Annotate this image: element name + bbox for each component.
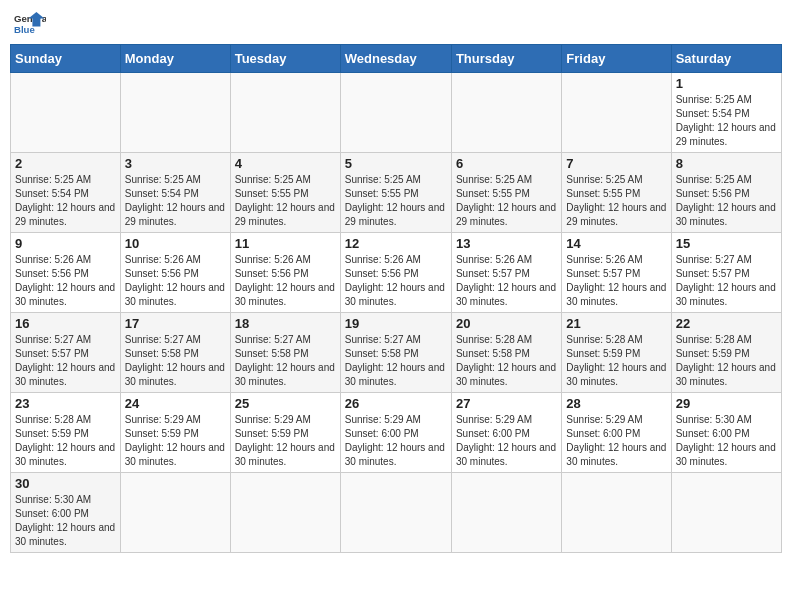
day-info: Sunrise: 5:29 AM Sunset: 6:00 PM Dayligh…	[456, 413, 557, 469]
day-number: 17	[125, 316, 226, 331]
day-number: 28	[566, 396, 666, 411]
calendar-cell	[562, 73, 671, 153]
day-number: 20	[456, 316, 557, 331]
day-info: Sunrise: 5:27 AM Sunset: 5:58 PM Dayligh…	[125, 333, 226, 389]
day-number: 13	[456, 236, 557, 251]
calendar-cell: 4Sunrise: 5:25 AM Sunset: 5:55 PM Daylig…	[230, 153, 340, 233]
day-number: 26	[345, 396, 447, 411]
day-info: Sunrise: 5:26 AM Sunset: 5:56 PM Dayligh…	[125, 253, 226, 309]
calendar-cell: 12Sunrise: 5:26 AM Sunset: 5:56 PM Dayli…	[340, 233, 451, 313]
day-info: Sunrise: 5:29 AM Sunset: 5:59 PM Dayligh…	[125, 413, 226, 469]
calendar-cell	[451, 473, 561, 553]
generalblue-logo-icon: General Blue	[14, 10, 46, 38]
day-info: Sunrise: 5:26 AM Sunset: 5:56 PM Dayligh…	[345, 253, 447, 309]
calendar-cell: 16Sunrise: 5:27 AM Sunset: 5:57 PM Dayli…	[11, 313, 121, 393]
weekday-header-thursday: Thursday	[451, 45, 561, 73]
day-info: Sunrise: 5:26 AM Sunset: 5:57 PM Dayligh…	[456, 253, 557, 309]
calendar-cell: 6Sunrise: 5:25 AM Sunset: 5:55 PM Daylig…	[451, 153, 561, 233]
weekday-header-saturday: Saturday	[671, 45, 781, 73]
day-info: Sunrise: 5:27 AM Sunset: 5:57 PM Dayligh…	[676, 253, 777, 309]
day-number: 25	[235, 396, 336, 411]
day-info: Sunrise: 5:25 AM Sunset: 5:55 PM Dayligh…	[566, 173, 666, 229]
day-number: 3	[125, 156, 226, 171]
day-info: Sunrise: 5:27 AM Sunset: 5:58 PM Dayligh…	[235, 333, 336, 389]
day-number: 23	[15, 396, 116, 411]
day-info: Sunrise: 5:27 AM Sunset: 5:58 PM Dayligh…	[345, 333, 447, 389]
calendar-cell: 7Sunrise: 5:25 AM Sunset: 5:55 PM Daylig…	[562, 153, 671, 233]
day-number: 22	[676, 316, 777, 331]
day-info: Sunrise: 5:25 AM Sunset: 5:54 PM Dayligh…	[15, 173, 116, 229]
day-number: 10	[125, 236, 226, 251]
calendar-cell: 5Sunrise: 5:25 AM Sunset: 5:55 PM Daylig…	[340, 153, 451, 233]
day-number: 14	[566, 236, 666, 251]
day-number: 5	[345, 156, 447, 171]
day-number: 15	[676, 236, 777, 251]
day-info: Sunrise: 5:26 AM Sunset: 5:57 PM Dayligh…	[566, 253, 666, 309]
calendar-cell: 9Sunrise: 5:26 AM Sunset: 5:56 PM Daylig…	[11, 233, 121, 313]
calendar-cell: 22Sunrise: 5:28 AM Sunset: 5:59 PM Dayli…	[671, 313, 781, 393]
day-info: Sunrise: 5:29 AM Sunset: 6:00 PM Dayligh…	[345, 413, 447, 469]
day-info: Sunrise: 5:25 AM Sunset: 5:55 PM Dayligh…	[235, 173, 336, 229]
calendar-cell	[120, 73, 230, 153]
calendar-cell: 1Sunrise: 5:25 AM Sunset: 5:54 PM Daylig…	[671, 73, 781, 153]
calendar-week-5: 23Sunrise: 5:28 AM Sunset: 5:59 PM Dayli…	[11, 393, 782, 473]
day-number: 24	[125, 396, 226, 411]
calendar-cell: 10Sunrise: 5:26 AM Sunset: 5:56 PM Dayli…	[120, 233, 230, 313]
day-info: Sunrise: 5:28 AM Sunset: 5:59 PM Dayligh…	[15, 413, 116, 469]
day-number: 6	[456, 156, 557, 171]
day-info: Sunrise: 5:26 AM Sunset: 5:56 PM Dayligh…	[235, 253, 336, 309]
calendar-week-4: 16Sunrise: 5:27 AM Sunset: 5:57 PM Dayli…	[11, 313, 782, 393]
day-number: 8	[676, 156, 777, 171]
calendar-header-row: SundayMondayTuesdayWednesdayThursdayFrid…	[11, 45, 782, 73]
day-number: 29	[676, 396, 777, 411]
day-info: Sunrise: 5:25 AM Sunset: 5:54 PM Dayligh…	[125, 173, 226, 229]
calendar-cell	[340, 473, 451, 553]
calendar-cell	[340, 73, 451, 153]
day-number: 11	[235, 236, 336, 251]
day-info: Sunrise: 5:25 AM Sunset: 5:55 PM Dayligh…	[345, 173, 447, 229]
day-number: 27	[456, 396, 557, 411]
day-info: Sunrise: 5:30 AM Sunset: 6:00 PM Dayligh…	[676, 413, 777, 469]
day-info: Sunrise: 5:27 AM Sunset: 5:57 PM Dayligh…	[15, 333, 116, 389]
calendar-cell: 26Sunrise: 5:29 AM Sunset: 6:00 PM Dayli…	[340, 393, 451, 473]
calendar-week-1: 1Sunrise: 5:25 AM Sunset: 5:54 PM Daylig…	[11, 73, 782, 153]
calendar-table: SundayMondayTuesdayWednesdayThursdayFrid…	[10, 44, 782, 553]
day-number: 18	[235, 316, 336, 331]
calendar-cell: 19Sunrise: 5:27 AM Sunset: 5:58 PM Dayli…	[340, 313, 451, 393]
day-info: Sunrise: 5:28 AM Sunset: 5:59 PM Dayligh…	[676, 333, 777, 389]
calendar-cell	[230, 473, 340, 553]
day-info: Sunrise: 5:28 AM Sunset: 5:59 PM Dayligh…	[566, 333, 666, 389]
day-number: 2	[15, 156, 116, 171]
weekday-header-friday: Friday	[562, 45, 671, 73]
day-info: Sunrise: 5:25 AM Sunset: 5:56 PM Dayligh…	[676, 173, 777, 229]
day-number: 30	[15, 476, 116, 491]
calendar-cell	[671, 473, 781, 553]
day-info: Sunrise: 5:25 AM Sunset: 5:54 PM Dayligh…	[676, 93, 777, 149]
day-number: 12	[345, 236, 447, 251]
day-number: 7	[566, 156, 666, 171]
day-info: Sunrise: 5:28 AM Sunset: 5:58 PM Dayligh…	[456, 333, 557, 389]
day-number: 19	[345, 316, 447, 331]
calendar-cell: 8Sunrise: 5:25 AM Sunset: 5:56 PM Daylig…	[671, 153, 781, 233]
calendar-cell: 28Sunrise: 5:29 AM Sunset: 6:00 PM Dayli…	[562, 393, 671, 473]
logo: General Blue	[14, 10, 46, 38]
calendar-cell: 13Sunrise: 5:26 AM Sunset: 5:57 PM Dayli…	[451, 233, 561, 313]
calendar-cell: 3Sunrise: 5:25 AM Sunset: 5:54 PM Daylig…	[120, 153, 230, 233]
day-number: 9	[15, 236, 116, 251]
calendar-week-2: 2Sunrise: 5:25 AM Sunset: 5:54 PM Daylig…	[11, 153, 782, 233]
calendar-cell	[562, 473, 671, 553]
svg-text:Blue: Blue	[14, 24, 35, 35]
calendar-cell	[451, 73, 561, 153]
day-info: Sunrise: 5:29 AM Sunset: 6:00 PM Dayligh…	[566, 413, 666, 469]
calendar-cell: 17Sunrise: 5:27 AM Sunset: 5:58 PM Dayli…	[120, 313, 230, 393]
weekday-header-tuesday: Tuesday	[230, 45, 340, 73]
day-info: Sunrise: 5:30 AM Sunset: 6:00 PM Dayligh…	[15, 493, 116, 549]
page-header: General Blue	[10, 10, 782, 38]
calendar-cell: 27Sunrise: 5:29 AM Sunset: 6:00 PM Dayli…	[451, 393, 561, 473]
day-number: 1	[676, 76, 777, 91]
calendar-cell: 30Sunrise: 5:30 AM Sunset: 6:00 PM Dayli…	[11, 473, 121, 553]
day-number: 4	[235, 156, 336, 171]
day-info: Sunrise: 5:29 AM Sunset: 5:59 PM Dayligh…	[235, 413, 336, 469]
weekday-header-monday: Monday	[120, 45, 230, 73]
calendar-cell: 21Sunrise: 5:28 AM Sunset: 5:59 PM Dayli…	[562, 313, 671, 393]
